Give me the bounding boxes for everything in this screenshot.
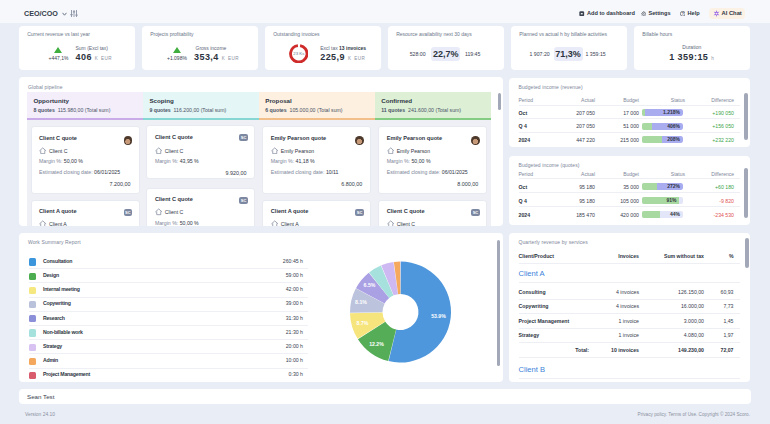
svg-text:?: ? xyxy=(681,12,683,16)
svg-text:23 Ks: 23 Ks xyxy=(293,51,304,56)
